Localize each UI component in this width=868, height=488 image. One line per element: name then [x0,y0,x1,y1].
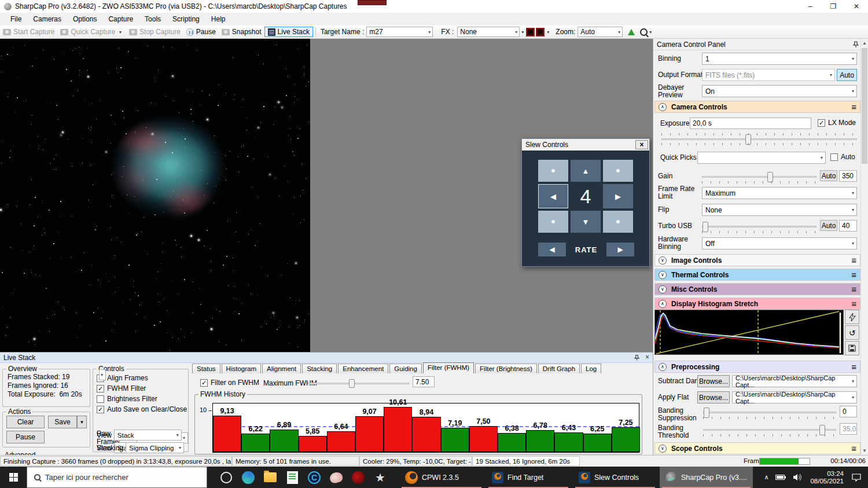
camera-controls-header[interactable]: ∧Camera Controls≡ [654,101,860,113]
tab-filter-fwhm-[interactable]: Filter (FWHM) [423,362,474,373]
apply-flat-combo[interactable]: C:\Users\marcb\Desktop\SharpCap Capt...▾ [732,391,857,403]
subtract-dark-combo[interactable]: C:\Users\marcb\Desktop\SharpCap Capt...▾ [732,375,857,387]
zoom-combo[interactable]: Auto▾ [578,27,623,37]
slew-sw-button[interactable] [538,211,568,233]
panel-scrollbar[interactable]: ▲ ▼ [860,39,868,455]
slew-left-button[interactable]: ◀ [538,184,568,208]
maximum-fwhm-thumb[interactable] [349,379,355,388]
flip-combo[interactable]: None▾ [702,204,857,216]
save-dropdown-button[interactable]: ▼ [77,416,87,428]
taskbar-app-slew-controls[interactable]: Slew Controls [573,467,657,488]
target-name-combo[interactable]: m27▾ [366,27,433,37]
taskbar-app-find-target[interactable]: Find Target [486,467,571,488]
crosshair-icon[interactable]: ✕ [536,28,545,36]
fx-combo[interactable]: None▾ [457,27,520,37]
brightness-filter-checkbox[interactable] [97,395,104,403]
star-icon[interactable]: ★ [369,467,391,488]
view-combo[interactable]: Stack▾ [114,430,182,441]
tab-status[interactable]: Status [192,364,220,373]
notes-icon[interactable] [281,467,303,488]
turbo-usb-slider[interactable] [702,226,816,228]
close-button[interactable]: ✕ [845,0,868,13]
collapse-icon[interactable]: ∧ [659,103,667,111]
start-button[interactable] [0,467,27,488]
taskbar-search-input[interactable]: Taper ici pour rechercher [27,467,207,488]
lx-mode-row[interactable]: ✓LX Mode [818,119,856,127]
expand-icon[interactable]: ∨ [659,285,667,293]
reset-stretch-button[interactable]: ↺ [845,325,859,340]
preprocessing-header[interactable]: ∧Preprocessing≡ [654,361,860,373]
menu-item-capture[interactable]: Capture [102,13,139,25]
menu-item-file[interactable]: File [5,13,27,25]
pin-icon[interactable] [634,354,639,361]
expand-icon[interactable]: ∨ [659,445,667,453]
tab-drift-graph[interactable]: Drift Graph [538,364,580,373]
menu-icon[interactable]: ≡ [851,270,856,280]
cpwi-c-icon[interactable]: C [303,467,325,488]
thermal-controls-header[interactable]: ∨Thermal Controls≡ [654,269,860,281]
image-controls-header[interactable]: ∨Image Controls≡ [654,254,860,266]
turbo-auto-button[interactable]: Auto [820,220,837,231]
start-capture-button[interactable]: Start Capture [0,27,57,37]
undefined-combo[interactable]: ▾ [99,369,106,380]
lx-mode-checkbox[interactable]: ✓ [818,119,825,127]
live-stack-button[interactable]: Live Stack [264,27,313,37]
menu-icon[interactable]: ≡ [851,362,856,372]
close-icon[interactable]: × [645,354,649,361]
menu-item-help[interactable]: Help [205,13,231,25]
clear-button[interactable]: Clear [6,416,45,428]
pin-icon[interactable] [853,41,859,48]
menu-icon[interactable]: ≡ [851,299,856,309]
output-format-combo[interactable]: FITS files (*.fits)▾ [702,69,835,81]
expand-icon[interactable]: ∨ [659,256,667,265]
slew-close-button[interactable]: × [635,140,648,149]
auto-stretch-button[interactable] [845,310,859,324]
snapshot-button[interactable]: Snapshot [219,27,264,37]
tab-log[interactable]: Log [581,364,601,373]
slew-se-button[interactable] [603,211,633,233]
taskbar-app-cpwi-2-3-5[interactable]: CPWI 2.3.5 [399,467,484,488]
chevron-down-icon[interactable]: ▾ [520,30,525,35]
slew-nw-button[interactable] [538,160,568,182]
gain-slider[interactable] [702,176,816,178]
pause-stack-button[interactable]: Pause [6,431,45,443]
chevron-down-icon[interactable]: ▾ [117,30,123,35]
collapse-icon[interactable]: ∧ [659,363,667,371]
quick-auto-checkbox[interactable] [830,153,838,161]
shell-icon[interactable] [325,467,347,488]
folder-icon[interactable] [259,467,281,488]
frame-rate-combo[interactable]: Maximum▾ [702,187,857,199]
collapse-icon[interactable]: ∧ [659,300,667,308]
menu-item-cameras[interactable]: Cameras [27,13,67,25]
exposure-input[interactable]: 20,0 s [690,118,811,129]
filter-on-fwhm-row[interactable]: ✓Filter on FWHM [200,379,259,387]
histogram-icon[interactable] [627,28,635,36]
scroll-down-icon[interactable]: ▼ [861,446,868,455]
output-auto-button[interactable]: Auto [837,69,857,81]
subtract-dark-browse-button[interactable]: Browse... [697,375,730,387]
banding-suppression-box[interactable]: 0 [840,406,857,417]
fwhm-filter-checkbox[interactable]: ✓ [97,385,104,392]
notification-icon[interactable] [848,467,868,488]
banding-threshold-slider[interactable] [703,429,836,431]
restore-button[interactable]: ❐ [822,0,845,13]
auto-save-on-clear-close-checkbox[interactable]: ✓ [97,406,104,413]
turbo-value-box[interactable]: 40 [839,220,857,232]
slew-right-button[interactable]: ▶ [603,184,633,208]
menu-item-tools[interactable]: Tools [139,13,167,25]
live-image-view[interactable] [0,39,310,352]
debayer-combo[interactable]: On▾ [702,85,857,97]
banding-suppression-slider[interactable] [703,412,836,413]
tab-histogram[interactable]: Histogram [222,364,261,373]
menu-item-scripting[interactable]: Scripting [167,13,205,25]
chevron-down-icon[interactable]: ▾ [648,30,653,35]
tab-guiding[interactable]: Guiding [389,364,422,373]
taskbar-app-sharpcap-pro-v3-[interactable]: SharpCap Pro (v3.... [660,467,753,488]
menu-icon[interactable]: ≡ [851,443,856,453]
magnifier-icon[interactable] [640,28,648,36]
chevron-down-icon[interactable]: ▾ [545,30,551,35]
histogram-stretch-graph[interactable] [654,310,844,355]
tab-stacking[interactable]: Stacking [302,364,337,373]
exposure-slider[interactable] [661,138,857,140]
menu-icon[interactable]: ≡ [851,284,856,294]
